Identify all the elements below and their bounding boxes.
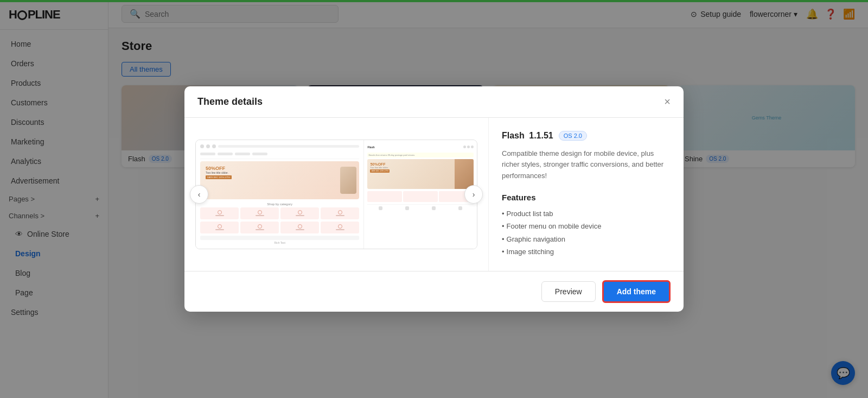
feature-dot-1: • bbox=[502, 207, 505, 220]
mobile-header: Flash bbox=[367, 143, 474, 151]
browser-dot-2 bbox=[206, 144, 210, 148]
rich-text-label: Rich Text bbox=[200, 241, 359, 244]
cat-7 bbox=[280, 222, 319, 233]
modal-footer: Preview Add theme bbox=[184, 271, 684, 312]
add-theme-wrapper: Add theme bbox=[602, 280, 671, 303]
modal-close-button[interactable]: × bbox=[664, 96, 671, 107]
mobile-footer-user bbox=[458, 206, 462, 210]
theme-details-modal: Theme details × ‹ bbox=[184, 86, 684, 312]
mobile-cat-2 bbox=[403, 191, 438, 202]
feature-label-2: Footer menu on mobile device bbox=[507, 220, 602, 232]
cat-icon-4 bbox=[338, 210, 342, 214]
hero-discount: 50%OFF bbox=[206, 166, 232, 171]
features-title: Features bbox=[502, 193, 671, 202]
mobile-logo: Flash bbox=[367, 146, 374, 149]
desktop-hero: 50%OFF Two line title slider. DATE DEC 1… bbox=[200, 161, 359, 199]
mobile-hero-discount: 50%OFF bbox=[370, 162, 389, 166]
feature-label-3: Graphic navigation bbox=[507, 233, 565, 245]
mobile-hero-text: 50%OFF Two line title slider. DATE DEC 1… bbox=[370, 162, 389, 173]
mobile-categories bbox=[367, 191, 474, 202]
mobile-promo-bar: Hassle-free returns 30-day postage paid … bbox=[367, 153, 474, 157]
cat-label-7 bbox=[296, 229, 304, 230]
feature-item-2: • Footer menu on mobile device bbox=[502, 220, 671, 232]
feature-item-1: • Product list tab bbox=[502, 207, 671, 220]
mobile-preview: Flash Hassle-free returns 30-day postage… bbox=[364, 140, 477, 249]
cat-label-3 bbox=[296, 215, 304, 216]
browser-url-bar bbox=[218, 145, 359, 148]
mobile-footer-cart bbox=[432, 206, 436, 210]
nav-item-4 bbox=[252, 153, 267, 155]
hero-subtitle: Two line title slider. bbox=[206, 171, 232, 174]
cat-4 bbox=[321, 207, 359, 219]
cat-icon-3 bbox=[298, 210, 302, 214]
theme-version-name: Flash 1.1.51 bbox=[502, 131, 553, 141]
cat-label-1 bbox=[215, 215, 224, 216]
preview-button[interactable]: Preview bbox=[541, 281, 596, 302]
mobile-footer-home bbox=[379, 206, 382, 210]
mobile-cart-icon bbox=[467, 146, 470, 148]
desktop-categories bbox=[200, 207, 359, 219]
modal-header: Theme details × bbox=[184, 86, 684, 118]
mobile-search-icon bbox=[463, 146, 466, 148]
mobile-footer-menu bbox=[405, 206, 409, 210]
cat-icon-2 bbox=[258, 210, 262, 214]
modal-info-section: Flash 1.1.51 OS 2.0 Compatible theme des… bbox=[488, 118, 684, 271]
modal-title: Theme details bbox=[197, 96, 263, 108]
feature-label-4: Image stitching bbox=[507, 245, 554, 258]
nav-item-2 bbox=[218, 153, 233, 155]
browser-dot-3 bbox=[212, 144, 216, 148]
cat-2 bbox=[240, 207, 279, 219]
desktop-nav-bar bbox=[200, 151, 359, 159]
preview-next-button[interactable]: › bbox=[464, 185, 483, 204]
hero-image bbox=[340, 167, 356, 194]
cat-icon-1 bbox=[218, 210, 222, 214]
cat-label-5 bbox=[215, 229, 224, 230]
feature-dot-3: • bbox=[502, 233, 505, 245]
cat-label-8 bbox=[336, 229, 344, 230]
modal-overlay[interactable]: Theme details × ‹ bbox=[0, 0, 868, 398]
preview-prev-button[interactable]: ‹ bbox=[190, 185, 208, 204]
desktop-categories-2 bbox=[200, 222, 359, 233]
mobile-hero-subtitle: Two line title slider. bbox=[370, 166, 389, 169]
nav-item-3 bbox=[235, 153, 250, 155]
theme-description: Compatible theme design for mobile devic… bbox=[502, 148, 671, 182]
feature-dot-2: • bbox=[502, 220, 505, 232]
mobile-hero: 50%OFF Two line title slider. DATE DEC 1… bbox=[367, 159, 474, 189]
rich-text-placeholder bbox=[200, 236, 359, 240]
preview-frame: 50%OFF Two line title slider. DATE DEC 1… bbox=[195, 140, 477, 249]
green-top-bar bbox=[0, 0, 868, 2]
cat-1 bbox=[200, 207, 239, 219]
nav-item-1 bbox=[200, 153, 215, 155]
shop-by-category-label: Shop by category bbox=[200, 203, 359, 206]
browser-bar bbox=[200, 144, 359, 148]
cat-label-4 bbox=[336, 215, 344, 216]
cat-5 bbox=[200, 222, 239, 233]
modal-body: ‹ bbox=[184, 118, 684, 271]
desktop-preview: 50%OFF Two line title slider. DATE DEC 1… bbox=[196, 140, 364, 249]
theme-version-row: Flash 1.1.51 OS 2.0 bbox=[502, 131, 671, 141]
cat-label-6 bbox=[256, 229, 264, 230]
cat-8 bbox=[321, 222, 359, 233]
cat-icon-6 bbox=[258, 224, 262, 229]
cat-3 bbox=[280, 207, 319, 219]
cat-6 bbox=[240, 222, 279, 233]
mobile-header-icons bbox=[463, 146, 474, 148]
cat-icon-8 bbox=[338, 224, 342, 229]
cat-icon-7 bbox=[298, 224, 302, 229]
cat-icon-5 bbox=[218, 224, 222, 229]
mobile-hero-date: DATE DEC 13TH-17TH bbox=[370, 169, 389, 173]
cat-label-2 bbox=[256, 215, 264, 216]
add-theme-button[interactable]: Add theme bbox=[602, 280, 671, 303]
mobile-cat-1 bbox=[367, 191, 402, 202]
feature-item-4: • Image stitching bbox=[502, 245, 671, 258]
feature-item-3: • Graphic navigation bbox=[502, 233, 671, 245]
mobile-footer bbox=[367, 204, 474, 212]
feature-dot-4: • bbox=[502, 245, 505, 258]
hero-date: DATE DEC 13TH-17TH bbox=[206, 175, 232, 179]
feature-label-1: Product list tab bbox=[507, 207, 553, 220]
hero-text: 50%OFF Two line title slider. DATE DEC 1… bbox=[206, 166, 232, 179]
mobile-user-icon bbox=[471, 146, 474, 148]
modal-preview-section: ‹ bbox=[184, 118, 488, 271]
theme-os-badge: OS 2.0 bbox=[559, 131, 587, 141]
browser-dot-1 bbox=[200, 144, 204, 148]
